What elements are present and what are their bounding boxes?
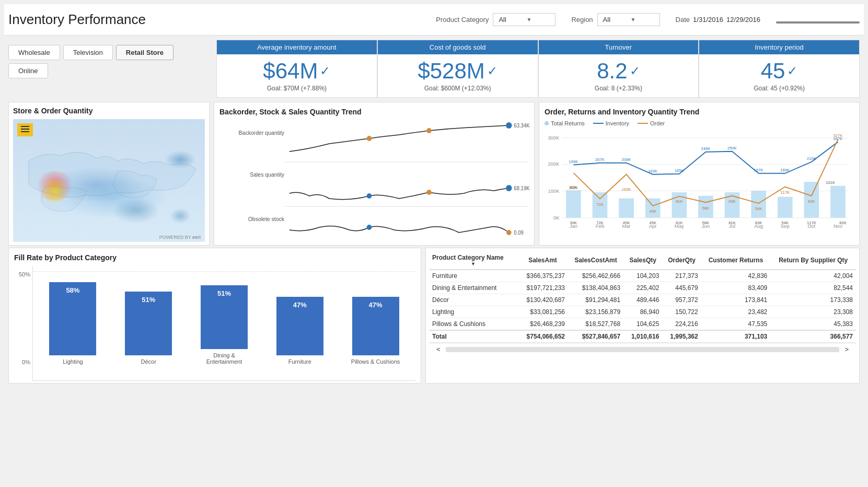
- date-filter: Date 1/31/2016 12/29/2016: [676, 16, 760, 24]
- scroll-right-arrow[interactable]: >: [841, 344, 852, 354]
- chevron-down-icon: ▼: [631, 17, 654, 22]
- table-cell: 224,216: [662, 318, 701, 331]
- svg-point-11: [426, 190, 432, 195]
- backorder-chart: Backorder quantity 63.34K Sales quantity: [219, 120, 529, 240]
- svg-text:83K: 83K: [728, 199, 736, 204]
- svg-text:163K: 163K: [622, 187, 631, 192]
- segment-btn-retail-store[interactable]: Retail Store: [116, 45, 173, 60]
- table-cell: $197,721,233: [517, 282, 568, 294]
- bar-dining: 51% Dining &Entertainment: [190, 285, 259, 365]
- bar-decor: 51% Décor: [114, 292, 183, 365]
- table-cell: 23,482: [701, 306, 771, 318]
- date-from: 1/31/2016: [693, 16, 723, 24]
- table-cell: $23,156,879: [568, 306, 623, 318]
- table-cell: $366,375,237: [517, 270, 568, 282]
- table-cell: 1,995,362: [662, 330, 701, 343]
- map-title: Store & Order Quantity: [13, 107, 205, 115]
- kpi-check-icon: ✓: [320, 64, 330, 78]
- backorder-panel: Backorder, Stock & Sales Quantity Trend …: [214, 102, 535, 246]
- svg-rect-1: [21, 129, 29, 130]
- col-header-returnbysupplier: Return By Supplier Qty: [770, 251, 856, 270]
- product-category-label: Product Category: [436, 16, 489, 24]
- table-cell: 104,625: [623, 318, 662, 331]
- legend-inventory: Inventory: [593, 120, 629, 126]
- table-row: Décor$130,420,687$91,294,481489,446957,3…: [429, 294, 856, 306]
- svg-point-16: [367, 225, 372, 230]
- bar-fill-pillows: 47%: [352, 297, 399, 355]
- svg-text:0K: 0K: [553, 215, 560, 221]
- bar-lighting: 58% Lighting: [38, 282, 108, 365]
- segment-buttons: WholesaleTelevisionRetail StoreOnline: [8, 45, 212, 78]
- legend-total-returns: Total Returns: [545, 120, 585, 126]
- kpi-value: $64M✓: [219, 59, 375, 84]
- svg-text:54K: 54K: [755, 206, 762, 211]
- table-cell: Dining & Entertainment: [429, 282, 517, 294]
- kpi-header: Inventory period: [699, 40, 859, 54]
- svg-text:250K: 250K: [727, 146, 737, 150]
- kpi-body: 8.2✓ Goal: 8 (+2.33%): [539, 54, 699, 97]
- kpi-body: $64M✓ Goal: $70M (+7.88%): [217, 54, 377, 97]
- table-cell: $138,404,863: [568, 282, 623, 294]
- kpi-card: Turnover 8.2✓ Goal: 8 (+2.33%): [538, 40, 699, 98]
- kpi-value: 45✓: [701, 59, 857, 84]
- segment-btn-wholesale[interactable]: Wholesale: [8, 45, 60, 60]
- svg-rect-37: [830, 186, 846, 218]
- kpi-goal: Goal: $70M (+7.88%): [219, 85, 375, 92]
- region-dropdown[interactable]: All ▼: [597, 13, 660, 26]
- table-cell: Lighting: [429, 306, 517, 318]
- segment-btn-online[interactable]: Online: [8, 63, 48, 78]
- table-cell: 104,203: [623, 270, 662, 282]
- kpi-header: Cost of goods sold: [378, 40, 538, 54]
- map-panel: Store & Order Quantity: [8, 102, 210, 246]
- table-row: Pillows & Cushions$26,468,239$18,527,768…: [429, 318, 856, 331]
- legend-line-order: [638, 123, 648, 124]
- esri-badge: POWERED BY esri: [159, 235, 201, 240]
- svg-rect-29: [619, 199, 634, 218]
- table-cell: 173,338: [770, 294, 856, 306]
- filter-bar: Product Category All ▼ Region All ▼ Date…: [436, 13, 860, 26]
- table-cell: 150,722: [662, 306, 701, 318]
- svg-text:May: May: [675, 223, 684, 229]
- svg-text:82K: 82K: [570, 185, 577, 190]
- scroll-track[interactable]: [446, 347, 840, 352]
- segment-btn-television[interactable]: Television: [63, 45, 113, 60]
- fillrate-chart: 50% 0% 58% Lighting: [14, 266, 415, 381]
- table-cell: $754,066,652: [517, 330, 568, 343]
- svg-point-12: [506, 185, 512, 191]
- svg-text:58K: 58K: [702, 206, 710, 211]
- table-cell: 489,446: [623, 294, 662, 306]
- svg-point-4: [367, 136, 372, 141]
- table-panel: Product Category Name▼ SalesAmt SalesCos…: [425, 248, 860, 384]
- date-to: 12/29/2016: [726, 16, 760, 24]
- kpi-card: Cost of goods sold $528M✓ Goal: $600M (+…: [377, 40, 538, 98]
- svg-text:0.09: 0.09: [514, 230, 524, 236]
- svg-text:Feb: Feb: [596, 223, 604, 229]
- svg-text:Obsolete stock: Obsolete stock: [248, 216, 285, 222]
- svg-rect-35: [778, 197, 793, 218]
- table-cell: Furniture: [429, 270, 517, 282]
- table-row: Total$754,066,652$527,846,6571,010,6161,…: [429, 330, 856, 343]
- table-cell: 957,372: [662, 294, 701, 306]
- svg-text:45K: 45K: [649, 209, 656, 214]
- svg-text:248K: 248K: [701, 146, 711, 151]
- kpi-goal: Goal: 8 (+2.33%): [541, 85, 697, 92]
- table-cell: 45,383: [770, 318, 856, 331]
- table-row: Dining & Entertainment$197,721,233$138,4…: [429, 282, 856, 294]
- page-title: Inventory Performance: [8, 11, 146, 28]
- kpi-check-icon: ✓: [487, 64, 497, 78]
- svg-text:210K: 210K: [807, 156, 816, 161]
- svg-text:Sales quantity: Sales quantity: [250, 171, 285, 178]
- table-cell: 225,402: [623, 282, 662, 294]
- date-slider[interactable]: [776, 21, 860, 24]
- kpi-body: $528M✓ Goal: $600M (+12.03%): [378, 54, 538, 97]
- col-header-orderqty: OrderQty: [662, 251, 701, 270]
- svg-text:166K: 166K: [780, 168, 790, 172]
- svg-rect-30: [645, 199, 661, 218]
- product-category-dropdown[interactable]: All ▼: [493, 13, 555, 26]
- svg-text:200K: 200K: [548, 161, 560, 167]
- svg-text:Jul: Jul: [729, 223, 735, 229]
- map-menu-icon[interactable]: [17, 123, 33, 136]
- kpi-check-icon: ✓: [630, 64, 640, 78]
- svg-rect-34: [751, 191, 766, 218]
- scroll-left-arrow[interactable]: <: [433, 344, 444, 354]
